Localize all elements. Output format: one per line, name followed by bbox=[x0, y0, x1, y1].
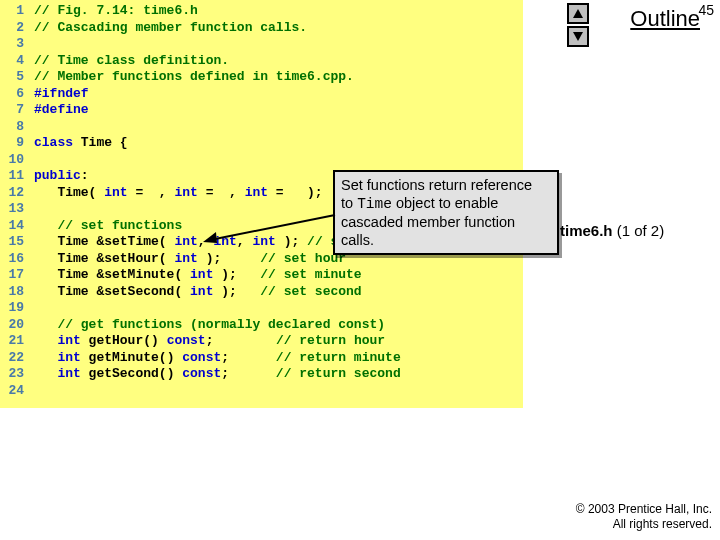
code-line: 2// Cascading member function calls. bbox=[0, 20, 523, 37]
filename-text: time6.h bbox=[560, 222, 613, 239]
code-line: 17 Time &setMinute( int ); // set minute bbox=[0, 267, 523, 284]
code-line: 24 bbox=[0, 383, 523, 400]
filename-page: (1 of 2) bbox=[613, 222, 665, 239]
copyright-text: © 2003 Prentice Hall, Inc. All rights re… bbox=[576, 502, 712, 532]
callout-line: calls. bbox=[341, 231, 551, 249]
code-line: 22 int getMinute() const; // return minu… bbox=[0, 350, 523, 367]
code-line: 23 int getSecond() const; // return seco… bbox=[0, 366, 523, 383]
code-line: 21 int getHour() const; // return hour bbox=[0, 333, 523, 350]
code-line: 4// Time class definition. bbox=[0, 53, 523, 70]
chevron-down-icon bbox=[573, 32, 583, 41]
code-line: 18 Time &setSecond( int ); // set second bbox=[0, 284, 523, 301]
code-line: 7#define bbox=[0, 102, 523, 119]
code-line: 9class Time { bbox=[0, 135, 523, 152]
code-line: 20 // get functions (normally declared c… bbox=[0, 317, 523, 334]
outline-heading: Outline bbox=[630, 6, 700, 32]
code-line: 5// Member functions defined in time6.cp… bbox=[0, 69, 523, 86]
callout-box: Set functions return reference to Time o… bbox=[333, 170, 559, 255]
code-line: 3 bbox=[0, 36, 523, 53]
nav-next-button[interactable] bbox=[567, 26, 589, 47]
code-line: 1// Fig. 7.14: time6.h bbox=[0, 3, 523, 20]
copyright-line: © 2003 Prentice Hall, Inc. bbox=[576, 502, 712, 517]
code-line: 6#ifndef bbox=[0, 86, 523, 103]
filename-caption: time6.h (1 of 2) bbox=[560, 222, 664, 239]
callout-line: to Time object to enable bbox=[341, 194, 551, 213]
code-line: 10 bbox=[0, 152, 523, 169]
callout-line: cascaded member function bbox=[341, 213, 551, 231]
code-line: 19 bbox=[0, 300, 523, 317]
callout-line: Set functions return reference bbox=[341, 176, 551, 194]
chevron-up-icon bbox=[573, 9, 583, 18]
nav-prev-button[interactable] bbox=[567, 3, 589, 24]
page-number: 45 bbox=[698, 2, 714, 18]
code-line: 8 bbox=[0, 119, 523, 136]
copyright-line: All rights reserved. bbox=[576, 517, 712, 532]
